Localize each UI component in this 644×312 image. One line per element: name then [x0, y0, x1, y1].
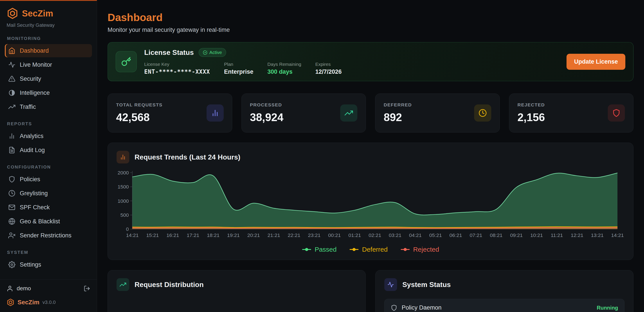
logout-icon[interactable] — [84, 285, 90, 292]
svg-text:07:21: 07:21 — [470, 232, 482, 238]
svg-text:09:21: 09:21 — [510, 232, 522, 238]
trends-card-header: Request Trends (Last 24 Hours) — [116, 151, 624, 164]
home-icon — [8, 47, 15, 54]
check-circle-icon — [203, 50, 208, 55]
sidebar-item-label: Policies — [20, 176, 40, 183]
bar-chart-icon — [120, 154, 126, 160]
nav-section-monitoring: MONITORING — [7, 36, 90, 41]
stat-value: 892 — [384, 111, 412, 124]
trending-up-icon — [8, 103, 15, 110]
legend-label: Passed — [314, 246, 336, 253]
service-name: Policy Daemon — [402, 304, 442, 311]
svg-text:01:21: 01:21 — [348, 232, 361, 238]
legend-marker-icon — [302, 248, 312, 251]
bar-chart-icon-box — [206, 104, 224, 122]
svg-text:02:21: 02:21 — [368, 232, 381, 238]
legend-item-rejected[interactable]: Rejected — [400, 246, 439, 253]
activity-icon-box — [384, 278, 397, 291]
stat-value: 42,568 — [116, 111, 162, 124]
sidebar-item-label: Security — [20, 76, 41, 82]
svg-text:10:21: 10:21 — [530, 232, 543, 238]
brand-name: SecZim — [22, 8, 53, 18]
sidebar-item-live-monitor[interactable]: Live Monitor — [5, 58, 92, 71]
chart-legend: Passed Deferred Rejected — [116, 246, 624, 253]
license-field-days-remaining: Days Remaining 300 days — [267, 62, 301, 75]
nav-section-reports: REPORTS — [7, 121, 90, 126]
sidebar-item-policies[interactable]: Policies — [5, 173, 92, 186]
main-content: Dashboard Monitor your mail security gat… — [97, 0, 644, 312]
shield-icon — [391, 304, 397, 311]
svg-text:04:21: 04:21 — [409, 232, 422, 238]
sidebar-item-label: Intelligence — [20, 90, 50, 96]
svg-text:20:21: 20:21 — [247, 232, 260, 238]
sidebar-item-label: Geo & Blacklist — [20, 218, 60, 225]
sidebar-item-sender-restrictions[interactable]: Sender Restrictions — [5, 229, 92, 242]
sidebar: SecZim Mail Security Gateway MONITORINGD… — [0, 0, 97, 312]
clock-icon-box — [474, 104, 491, 122]
seczim-logo-icon — [6, 8, 18, 19]
app-root: SecZim Mail Security Gateway MONITORINGD… — [0, 0, 644, 312]
svg-text:1000: 1000 — [118, 198, 129, 204]
bar-chart-icon — [211, 109, 219, 117]
stat-label: REJECTED — [518, 102, 545, 108]
svg-text:13:21: 13:21 — [591, 232, 604, 238]
badge-label: Active — [210, 50, 222, 55]
sidebar-item-label: Sender Restrictions — [20, 232, 72, 239]
alert-triangle-icon — [8, 75, 15, 82]
sidebar-item-security[interactable]: Security — [5, 72, 92, 85]
update-license-button[interactable]: Update License — [566, 54, 625, 70]
sidebar-footer: demo SecZim v3.0.0 — [0, 280, 97, 312]
sidebar-item-label: Dashboard — [20, 48, 49, 54]
trends-title: Request Trends (Last 24 Hours) — [134, 153, 240, 161]
distribution-title: Request Distribution — [134, 280, 204, 289]
service-row-policy-daemon: Policy Daemon Running — [384, 299, 624, 312]
system-status-card-header: System Status — [384, 278, 624, 291]
half-circle-icon — [8, 89, 15, 96]
field-value: ENT-****-****-XXXX — [144, 68, 210, 75]
service-status: Running — [597, 305, 618, 311]
user-x-icon — [8, 232, 15, 239]
sidebar-item-settings[interactable]: Settings — [5, 258, 92, 271]
nav-section-configuration: CONFIGURATION — [7, 164, 90, 170]
area-chart: 0 500 1000 1500 200014:2115:2116:2117:21… — [116, 170, 624, 242]
sidebar-item-label: Live Monitor — [20, 62, 52, 68]
activity-icon — [8, 61, 15, 68]
svg-text:16:21: 16:21 — [166, 232, 179, 238]
svg-text:14:21: 14:21 — [126, 232, 138, 238]
page-subtitle: Monitor your mail security gateway in re… — [108, 26, 634, 33]
username: demo — [17, 285, 31, 292]
field-value: Enterprise — [224, 68, 254, 75]
svg-text:12:21: 12:21 — [571, 232, 583, 238]
license-body: License Status Active License Key ENT-**… — [144, 48, 342, 75]
key-icon — [121, 56, 131, 67]
legend-label: Rejected — [413, 246, 439, 253]
license-card: License Status Active License Key ENT-**… — [108, 42, 634, 81]
brand-subtitle: Mail Security Gateway — [6, 22, 90, 28]
request-trends-card: Request Trends (Last 24 Hours) 0 500 100… — [108, 142, 634, 260]
request-distribution-card: Request Distribution — [108, 270, 366, 312]
user-icon — [6, 285, 13, 292]
shield-icon — [612, 109, 620, 117]
sidebar-item-analytics[interactable]: Analytics — [5, 130, 92, 142]
trending-up-icon-box — [116, 278, 129, 291]
sidebar-item-traffic[interactable]: Traffic — [5, 100, 92, 114]
footer-brand-row: SecZim v3.0.0 — [6, 298, 90, 306]
sidebar-item-intelligence[interactable]: Intelligence — [5, 86, 92, 100]
sidebar-item-spf-check[interactable]: SPF Check — [5, 201, 92, 214]
license-field-license-key: License Key ENT-****-****-XXXX — [144, 62, 210, 75]
sidebar-item-label: SPF Check — [20, 204, 50, 211]
license-status-badge: Active — [199, 48, 226, 57]
sidebar-item-geo-blacklist[interactable]: Geo & Blacklist — [5, 215, 92, 228]
stats-row: TOTAL REQUESTS 42,568 PROCESSED 38,924 D… — [108, 94, 634, 132]
sidebar-item-audit-log[interactable]: Audit Log — [5, 144, 92, 157]
svg-text:17:21: 17:21 — [186, 232, 199, 238]
sidebar-item-label: Traffic — [20, 104, 36, 110]
legend-marker-icon — [349, 248, 359, 251]
legend-marker-icon — [400, 248, 410, 251]
legend-item-deferred[interactable]: Deferred — [349, 246, 388, 253]
sidebar-item-label: Analytics — [20, 133, 44, 140]
sidebar-item-greylisting[interactable]: Greylisting — [5, 187, 92, 200]
sidebar-item-dashboard[interactable]: Dashboard — [5, 44, 92, 57]
legend-item-passed[interactable]: Passed — [302, 246, 336, 253]
shield-icon — [8, 176, 15, 183]
